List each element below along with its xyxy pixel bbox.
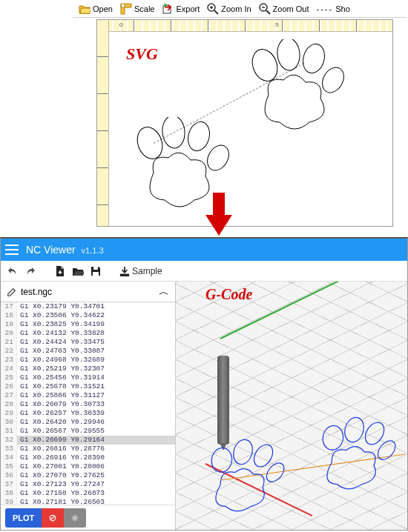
code-line[interactable]: 18G1 X0.23506 Y0.34622 bbox=[1, 311, 175, 320]
line-number: 24 bbox=[1, 365, 17, 373]
save-button[interactable] bbox=[90, 265, 102, 277]
code-text: G1 X0.24703 Y0.33087 bbox=[17, 347, 105, 356]
line-number: 26 bbox=[1, 382, 17, 391]
line-number: 20 bbox=[1, 329, 17, 338]
code-text: G1 X0.25678 Y0.31521 bbox=[17, 382, 105, 391]
code-text: G1 X0.24424 Y0.33475 bbox=[17, 338, 105, 347]
gcode-list[interactable]: 17G1 X0.23179 Y0.3470118G1 X0.23506 Y0.3… bbox=[1, 302, 175, 505]
code-line[interactable]: 38G1 X0.27160 Y0.26873 bbox=[1, 489, 175, 498]
code-line[interactable]: 31G1 X0.26567 Y0.29555 bbox=[1, 427, 175, 436]
code-text: G1 X0.27181 Y0.26503 bbox=[17, 498, 105, 505]
code-line[interactable]: 19G1 X0.23825 Y0.34199 bbox=[1, 320, 175, 329]
paw-shape bbox=[235, 39, 354, 144]
file-tab[interactable]: test.ngc ︿ bbox=[1, 282, 175, 302]
svg-point-15 bbox=[74, 516, 76, 519]
settings-button[interactable] bbox=[64, 508, 86, 528]
code-text: G1 X0.25219 Y0.32307 bbox=[17, 365, 105, 373]
zoom-out-icon bbox=[259, 3, 271, 15]
open-button[interactable]: Open bbox=[76, 1, 116, 16]
code-line[interactable]: 34G1 X0.26916 Y0.28390 bbox=[1, 453, 175, 462]
code-line[interactable]: 26G1 X0.25678 Y0.31521 bbox=[1, 382, 175, 391]
zoom-in-button[interactable]: Zoom In bbox=[204, 1, 254, 16]
export-icon bbox=[162, 3, 174, 15]
line-number: 22 bbox=[1, 347, 17, 356]
plot-button[interactable]: PLOT bbox=[5, 508, 42, 528]
folder-open-icon bbox=[79, 3, 91, 15]
svg-point-9 bbox=[161, 117, 186, 149]
code-line[interactable]: 39G1 X0.27181 Y0.26503 bbox=[1, 498, 175, 505]
zoom-in-icon bbox=[207, 3, 219, 15]
code-line[interactable]: 23G1 X0.24968 Y0.32689 bbox=[1, 356, 175, 365]
line-number: 25 bbox=[1, 373, 17, 382]
undo-button[interactable] bbox=[7, 265, 19, 277]
line-number: 37 bbox=[1, 480, 17, 489]
code-line[interactable]: 24G1 X0.25219 Y0.32307 bbox=[1, 365, 175, 373]
line-number: 31 bbox=[1, 427, 17, 436]
chevron-up-icon[interactable]: ︿ bbox=[159, 285, 169, 299]
zoom-in-label: Zoom In bbox=[221, 4, 251, 13]
ruler-tick: 5 bbox=[275, 21, 278, 28]
svg-point-20 bbox=[321, 423, 346, 453]
export-button[interactable]: Export bbox=[159, 1, 203, 16]
code-text: G1 X0.24968 Y0.32689 bbox=[17, 356, 105, 365]
edit-icon bbox=[7, 287, 17, 297]
action-buttons: PLOT bbox=[1, 505, 175, 530]
code-line[interactable]: 21G1 X0.24424 Y0.33475 bbox=[1, 338, 175, 347]
open-label: Open bbox=[93, 4, 113, 13]
code-line[interactable]: 17G1 X0.23179 Y0.34701 bbox=[1, 302, 175, 311]
line-number: 35 bbox=[1, 462, 17, 471]
code-line[interactable]: 37G1 X0.27123 Y0.27247 bbox=[1, 480, 175, 489]
code-line[interactable]: 30G1 X0.26420 Y0.29946 bbox=[1, 418, 175, 427]
app-version: v1.1.3 bbox=[82, 246, 104, 255]
svg-point-4 bbox=[248, 46, 281, 84]
nc-body: test.ngc ︿ 17G1 X0.23179 Y0.3470118G1 X0… bbox=[1, 282, 407, 530]
sample-button[interactable]: Sample bbox=[119, 266, 162, 276]
code-line[interactable]: 32G1 X0.26699 Y0.29164 bbox=[1, 436, 175, 445]
svg-point-11 bbox=[203, 142, 234, 174]
line-number: 21 bbox=[1, 338, 17, 347]
line-number: 28 bbox=[1, 400, 17, 409]
line-number: 34 bbox=[1, 453, 17, 462]
show-button[interactable]: ---- Sho bbox=[314, 3, 353, 15]
code-text: G1 X0.25456 Y0.31914 bbox=[17, 373, 105, 382]
code-text: G1 X0.24132 Y0.33828 bbox=[17, 329, 105, 338]
menu-icon[interactable] bbox=[5, 245, 19, 255]
scale-button[interactable]: Scale bbox=[117, 1, 158, 16]
zoom-out-button[interactable]: Zoom Out bbox=[256, 1, 312, 16]
code-line[interactable]: 33G1 X0.26816 Y0.28776 bbox=[1, 445, 175, 453]
svg-point-10 bbox=[185, 119, 212, 153]
ruler-horizontal: 0 5 bbox=[97, 20, 392, 32]
code-text: G1 X0.26699 Y0.29164 bbox=[17, 436, 105, 445]
code-line[interactable]: 28G1 X0.26079 Y0.30733 bbox=[1, 400, 175, 409]
redo-button[interactable] bbox=[24, 265, 36, 277]
stop-button[interactable] bbox=[42, 508, 64, 528]
code-line[interactable]: 22G1 X0.24703 Y0.33087 bbox=[1, 347, 175, 356]
down-arrow-icon bbox=[204, 193, 234, 237]
line-number: 30 bbox=[1, 418, 17, 427]
code-text: G1 X0.26079 Y0.30733 bbox=[17, 400, 105, 409]
code-line[interactable]: 29G1 X0.26257 Y0.30339 bbox=[1, 409, 175, 418]
sample-label: Sample bbox=[132, 266, 162, 276]
code-line[interactable]: 35G1 X0.27001 Y0.28006 bbox=[1, 462, 175, 471]
svg-point-6 bbox=[300, 41, 327, 76]
gcode-label: G-Code bbox=[205, 286, 252, 303]
scale-icon bbox=[120, 3, 132, 15]
line-number: 38 bbox=[1, 489, 17, 498]
viewport-3d[interactable]: G-Code bbox=[176, 282, 407, 530]
code-line[interactable]: 36G1 X0.27070 Y0.27625 bbox=[1, 471, 175, 480]
code-line[interactable]: 20G1 X0.24132 Y0.33828 bbox=[1, 329, 175, 338]
code-panel: test.ngc ︿ 17G1 X0.23179 Y0.3470118G1 X0… bbox=[1, 282, 176, 530]
line-number: 39 bbox=[1, 498, 17, 505]
line-number: 17 bbox=[1, 302, 17, 311]
toolpath-paw bbox=[293, 416, 407, 505]
svg-point-22 bbox=[362, 420, 387, 446]
code-text: G1 X0.27070 Y0.27625 bbox=[17, 471, 105, 480]
ruler-vertical bbox=[97, 20, 109, 226]
line-number: 32 bbox=[1, 436, 17, 445]
code-line[interactable]: 25G1 X0.25456 Y0.31914 bbox=[1, 373, 175, 382]
open-folder-button[interactable] bbox=[72, 265, 84, 277]
gear-icon bbox=[71, 513, 79, 523]
new-file-button[interactable] bbox=[54, 265, 66, 277]
code-text: G1 X0.23179 Y0.34701 bbox=[17, 302, 105, 311]
code-line[interactable]: 27G1 X0.25886 Y0.31127 bbox=[1, 391, 175, 400]
